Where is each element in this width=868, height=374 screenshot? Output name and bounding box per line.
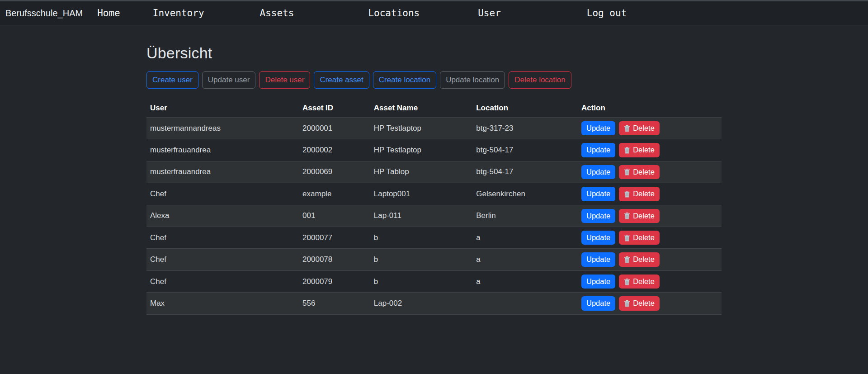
delete-button[interactable]: Delete [619,187,660,201]
create-asset-button[interactable]: Create asset [314,71,369,89]
nav-item-assets[interactable]: Assets [260,8,294,19]
toolbar: Create userUpdate userDelete userCreate … [146,71,722,89]
update-button[interactable]: Update [581,187,615,201]
update-button[interactable]: Update [581,165,615,179]
column-header-asset-id: Asset ID [299,99,370,118]
update-location-button[interactable]: Update location [440,71,505,89]
delete-button[interactable]: Delete [619,165,660,179]
trash-icon [624,278,630,285]
trash-icon [624,256,630,263]
table-row: musterfrauandrea2000002HP Testlaptopbtg-… [146,139,722,161]
table-row: mustermannandreas2000001HP Testlaptopbtg… [146,117,722,139]
delete-button-label: Delete [633,167,655,177]
delete-location-button[interactable]: Delete location [509,71,571,89]
trash-icon [624,190,630,198]
cell-action: UpdateDelete [578,117,722,139]
delete-button-label: Delete [633,189,655,199]
delete-button-label: Delete [633,255,655,264]
cell-asset-name: HP Testlaptop [370,139,472,161]
nav-item-inventory[interactable]: Inventory [153,8,204,19]
delete-button-label: Delete [633,233,655,242]
delete-button[interactable]: Delete [619,296,660,310]
cell-user: Chef [146,227,299,248]
cell-user: musterfrauandrea [146,161,299,183]
cell-user: mustermannandreas [146,117,299,139]
table-body: mustermannandreas2000001HP Testlaptopbtg… [146,117,722,314]
cell-location: btg-317-23 [472,117,578,139]
main-content: Übersicht Create userUpdate userDelete u… [146,25,722,315]
cell-asset-id: 2000078 [299,249,370,270]
table-row: Chef2000078baUpdateDelete [146,249,722,270]
cell-asset-id: 2000077 [299,227,370,248]
nav-item-user[interactable]: User [478,8,501,19]
cell-asset-id: 556 [299,293,370,314]
cell-user: Chef [146,270,299,292]
cell-user: Chef [146,183,299,205]
cell-asset-name: b [370,249,472,270]
nav-list: HomeInventoryAssetsLocationsUserLog out [97,8,627,19]
cell-location [472,293,578,314]
update-button[interactable]: Update [581,296,615,310]
table-row: Alexa001Lap-011BerlinUpdateDelete [146,205,722,227]
nav-item-log-out[interactable]: Log out [587,8,627,19]
delete-button[interactable]: Delete [619,252,660,266]
navbar-brand[interactable]: Berufsschule_HAM [5,8,83,19]
delete-button[interactable]: Delete [619,275,660,289]
cell-location: btg-504-17 [472,161,578,183]
cell-location: a [472,270,578,292]
delete-button-label: Delete [633,145,655,155]
cell-asset-id: 2000002 [299,139,370,161]
update-button[interactable]: Update [581,275,615,289]
cell-action: UpdateDelete [578,205,722,227]
delete-button-label: Delete [633,298,655,308]
cell-action: UpdateDelete [578,139,722,161]
update-button[interactable]: Update [581,143,615,157]
trash-icon [624,234,630,241]
delete-button[interactable]: Delete [619,231,660,245]
table-row: ChefexampleLaptop001GelsenkirchenUpdateD… [146,183,722,205]
update-button[interactable]: Update [581,209,615,223]
cell-asset-name: HP Testlaptop [370,117,472,139]
cell-action: UpdateDelete [578,293,722,314]
update-button[interactable]: Update [581,121,615,135]
cell-asset-id: 2000001 [299,117,370,139]
cell-asset-name: HP Tablop [370,161,472,183]
column-header-location: Location [472,99,578,118]
cell-user: musterfrauandrea [146,139,299,161]
update-user-button[interactable]: Update user [202,71,256,89]
cell-location: a [472,249,578,270]
cell-action: UpdateDelete [578,270,722,292]
delete-button-label: Delete [633,277,655,286]
delete-button[interactable]: Delete [619,121,660,135]
cell-user: Alexa [146,205,299,227]
cell-location: Gelsenkirchen [472,183,578,205]
delete-button-label: Delete [633,123,655,133]
trash-icon [624,212,630,219]
update-button[interactable]: Update [581,231,615,245]
cell-location: Berlin [472,205,578,227]
cell-asset-id: example [299,183,370,205]
cell-user: Chef [146,249,299,270]
cell-asset-name: Lap-002 [370,293,472,314]
update-button[interactable]: Update [581,252,615,266]
table-header: UserAsset IDAsset NameLocationAction [146,99,722,118]
trash-icon [624,168,630,175]
column-header-asset-name: Asset Name [370,99,472,118]
create-location-button[interactable]: Create location [373,71,436,89]
create-user-button[interactable]: Create user [146,71,198,89]
assets-table: UserAsset IDAsset NameLocationAction mus… [146,99,722,315]
nav-item-home[interactable]: Home [97,8,120,19]
delete-user-button[interactable]: Delete user [259,71,310,89]
trash-icon [624,125,630,132]
delete-button[interactable]: Delete [619,209,660,223]
table-row: musterfrauandrea2000069HP Tablopbtg-504-… [146,161,722,183]
table-header-row: UserAsset IDAsset NameLocationAction [146,99,722,118]
table-row: Max556Lap-002UpdateDelete [146,293,722,314]
cell-user: Max [146,293,299,314]
delete-button[interactable]: Delete [619,143,660,157]
nav-item-locations[interactable]: Locations [368,8,420,19]
page-title: Übersicht [146,44,722,62]
cell-asset-name: Lap-011 [370,205,472,227]
cell-asset-name: Laptop001 [370,183,472,205]
cell-action: UpdateDelete [578,227,722,248]
